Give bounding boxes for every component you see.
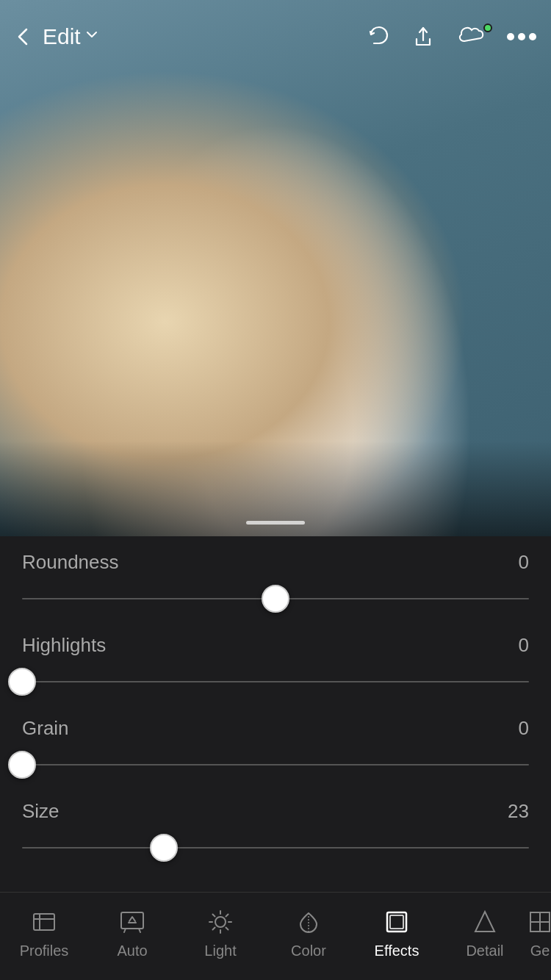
highlights-label: Highlights (22, 634, 106, 657)
size-thumb[interactable] (150, 834, 178, 862)
roundness-slider[interactable] (22, 584, 529, 613)
color-icon (292, 906, 325, 938)
grain-slider[interactable] (22, 750, 529, 779)
svg-line-11 (213, 915, 215, 917)
svg-point-6 (215, 917, 226, 927)
bottom-panel: Roundness 0 Highlights 0 (0, 536, 551, 980)
profiles-icon (28, 906, 60, 938)
nav-item-light[interactable]: Light (176, 900, 264, 965)
detail-icon (469, 906, 501, 938)
toolbar: Edit (0, 0, 551, 59)
svg-line-13 (226, 915, 228, 917)
nav-item-auto[interactable]: Auto (88, 900, 176, 965)
svg-marker-18 (475, 912, 494, 932)
color-label: Color (291, 943, 326, 959)
svg-line-14 (213, 928, 215, 930)
grain-label: Grain (22, 717, 69, 740)
grain-thumb[interactable] (8, 751, 36, 779)
auto-label: Auto (117, 943, 147, 959)
geometry-icon (529, 906, 551, 938)
highlights-slider[interactable] (22, 667, 529, 696)
cloud-button[interactable] (453, 21, 494, 53)
highlights-value: 0 (519, 634, 529, 657)
nav-item-color[interactable]: Color (264, 900, 353, 965)
toolbar-right (361, 21, 536, 53)
grain-value: 0 (519, 717, 529, 740)
grain-section: Grain 0 (22, 717, 529, 779)
auto-icon (116, 906, 148, 938)
more-button[interactable] (507, 21, 536, 53)
bottom-nav: Profiles Auto (0, 892, 551, 980)
roundness-label: Roundness (22, 551, 119, 574)
nav-item-profiles[interactable]: Profiles (0, 900, 88, 965)
light-label: Light (204, 943, 236, 959)
drag-handle[interactable] (246, 521, 305, 525)
highlights-thumb[interactable] (8, 668, 36, 696)
roundness-section: Roundness 0 (22, 551, 529, 613)
svg-line-12 (226, 928, 228, 930)
sliders-area: Roundness 0 Highlights 0 (0, 536, 551, 892)
nav-item-geometry[interactable]: Ge (529, 900, 551, 965)
size-label: Size (22, 800, 60, 823)
svg-rect-1 (34, 914, 54, 930)
light-icon (204, 906, 237, 938)
highlights-section: Highlights 0 (22, 634, 529, 696)
share-button[interactable] (407, 21, 439, 53)
roundness-thumb[interactable] (262, 585, 289, 613)
edit-title: Edit (43, 24, 81, 49)
geometry-label: Ge (530, 943, 550, 959)
size-slider[interactable] (22, 833, 529, 862)
svg-rect-4 (121, 912, 143, 929)
toolbar-left: Edit (7, 21, 100, 53)
effects-label: Effects (375, 943, 419, 959)
roundness-value: 0 (519, 551, 529, 574)
size-value: 23 (508, 800, 529, 823)
size-section: Size 23 (22, 800, 529, 862)
undo-button[interactable] (361, 21, 394, 53)
nav-item-detail[interactable]: Detail (441, 900, 529, 965)
effects-icon (381, 906, 413, 938)
back-button[interactable] (7, 21, 40, 53)
nav-item-effects[interactable]: Effects (353, 900, 441, 965)
svg-rect-17 (390, 915, 403, 929)
detail-label: Detail (466, 943, 503, 959)
edit-chevron-icon[interactable] (84, 26, 100, 47)
profiles-label: Profiles (20, 943, 69, 959)
